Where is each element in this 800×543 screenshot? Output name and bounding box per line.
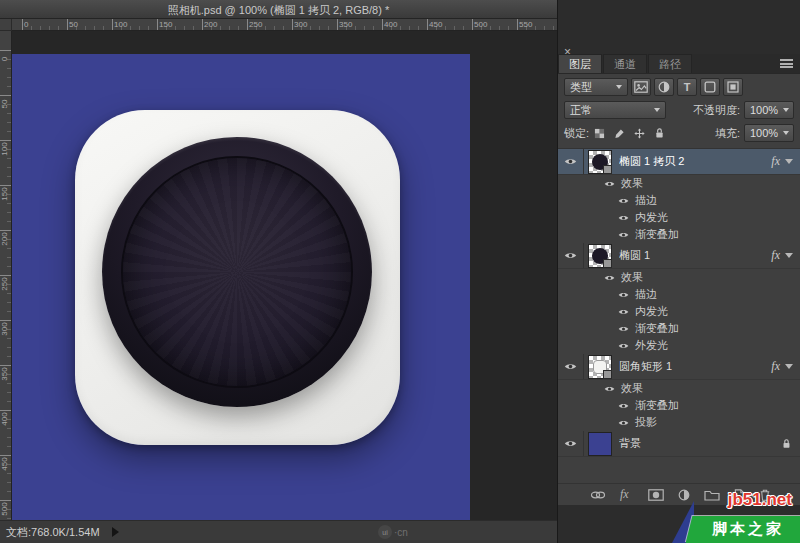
effects-header-label: 效果	[621, 176, 643, 191]
tab-channels[interactable]: 通道	[603, 54, 647, 73]
fill-input[interactable]: 100%	[744, 124, 794, 142]
lock-row: 锁定: 填充: 100%	[558, 122, 800, 145]
effects-header-row[interactable]: 效果	[558, 175, 800, 192]
shape-icon	[704, 81, 716, 93]
ruler-label: 350	[339, 20, 352, 29]
effect-row-outer-glow[interactable]: 外发光	[558, 337, 800, 354]
ruler-origin-corner[interactable]	[0, 19, 12, 31]
fx-collapse-icon[interactable]	[785, 253, 793, 258]
effect-row-drop-shadow[interactable]: 投影	[558, 414, 800, 431]
layer-thumbnail[interactable]	[588, 150, 612, 174]
visibility-toggle[interactable]	[558, 243, 584, 268]
filter-kind-select[interactable]: 类型	[564, 78, 628, 96]
shape-layer-badge	[603, 259, 612, 268]
effect-label: 内发光	[635, 210, 668, 225]
jb51-banner: 脚本之家	[686, 516, 800, 543]
ruler-label: 500	[0, 500, 10, 518]
effect-row-gradient-overlay[interactable]: 渐变叠加	[558, 226, 800, 243]
layer-fx-badge[interactable]: fx	[771, 359, 780, 374]
fx-collapse-icon[interactable]	[785, 159, 793, 164]
camera-lens-face	[121, 156, 353, 388]
filter-adjustment-layers-button[interactable]	[654, 78, 674, 96]
effect-row-stroke[interactable]: 描边	[558, 286, 800, 303]
filter-pixel-layers-button[interactable]	[631, 78, 651, 96]
effect-visibility-toggle[interactable]	[616, 197, 630, 205]
canvas-pasteboard[interactable]	[12, 31, 557, 520]
effects-header-label: 效果	[621, 381, 643, 396]
filter-shape-layers-button[interactable]	[700, 78, 720, 96]
checkerboard-icon	[594, 128, 605, 139]
effects-header-row[interactable]: 效果	[558, 380, 800, 397]
effect-row-gradient-overlay[interactable]: 渐变叠加	[558, 397, 800, 414]
filter-type-layers-button[interactable]: T	[677, 78, 697, 96]
layers-list: 椭圆 1 拷贝 2 fx 效果 描边 内发光	[558, 148, 800, 457]
visibility-toggle[interactable]	[558, 354, 584, 379]
effect-visibility-toggle[interactable]	[616, 308, 630, 316]
add-layer-mask-button[interactable]	[648, 489, 664, 501]
ruler-label: 300	[0, 320, 10, 338]
layer-row-ellipse-1-copy-2[interactable]: 椭圆 1 拷贝 2 fx	[558, 149, 800, 175]
effects-header-row[interactable]: 效果	[558, 269, 800, 286]
document-titlebar[interactable]: 照相机.psd @ 100% (椭圆 1 拷贝 2, RGB/8) *	[0, 0, 557, 19]
mask-icon	[648, 489, 664, 501]
effect-visibility-toggle[interactable]	[616, 342, 630, 350]
photo-icon	[634, 81, 648, 93]
layer-fx-badge[interactable]: fx	[771, 248, 780, 263]
layer-row-roundrect-1[interactable]: 圆角矩形 1 fx	[558, 354, 800, 380]
layer-thumbnail[interactable]	[588, 432, 612, 456]
status-menu-arrow-icon[interactable]	[112, 527, 119, 537]
layer-fx-badge[interactable]: fx	[771, 154, 780, 169]
eye-icon	[564, 362, 577, 371]
add-layer-style-button[interactable]: fx	[620, 487, 629, 502]
link-layers-button[interactable]	[590, 489, 606, 501]
effect-row-inner-glow[interactable]: 内发光	[558, 209, 800, 226]
ruler-label: 100	[0, 140, 10, 158]
layer-filter-row: 类型 T	[558, 74, 800, 98]
effect-label: 渐变叠加	[635, 227, 679, 242]
filter-smart-object-button[interactable]	[723, 78, 743, 96]
blend-mode-select[interactable]: 正常	[564, 101, 666, 119]
ruler-vertical[interactable]: 0 50 100 150 200 250 300 350 400 450 500	[0, 31, 12, 520]
ruler-label: 150	[0, 185, 10, 203]
layer-thumbnail[interactable]	[588, 244, 612, 268]
effect-visibility-toggle[interactable]	[616, 402, 630, 410]
lock-position-button[interactable]	[631, 126, 647, 141]
tab-paths[interactable]: 路径	[648, 54, 692, 73]
layer-thumbnail[interactable]	[588, 355, 612, 379]
effect-row-gradient-overlay[interactable]: 渐变叠加	[558, 320, 800, 337]
opacity-input[interactable]: 100%	[744, 101, 794, 119]
layer-name: 圆角矩形 1	[619, 359, 771, 374]
tab-layers[interactable]: 图层	[558, 54, 602, 73]
smart-object-icon	[727, 81, 739, 93]
document-canvas[interactable]	[12, 54, 470, 520]
effect-visibility-toggle[interactable]	[616, 231, 630, 239]
effect-visibility-toggle[interactable]	[616, 419, 630, 427]
lock-pixels-button[interactable]	[611, 126, 627, 141]
visibility-toggle[interactable]	[558, 431, 584, 456]
fx-collapse-icon[interactable]	[785, 364, 793, 369]
effects-visibility-toggle[interactable]	[602, 385, 616, 393]
layer-row-background[interactable]: 背景	[558, 431, 800, 457]
effect-visibility-toggle[interactable]	[616, 325, 630, 333]
effects-visibility-toggle[interactable]	[602, 180, 616, 188]
ruler-label: 450	[429, 20, 442, 29]
effect-label: 描边	[635, 193, 657, 208]
eye-icon	[618, 197, 629, 205]
effect-row-inner-glow[interactable]: 内发光	[558, 303, 800, 320]
ruler-horizontal[interactable]: 0 50 100 150 200 250 300 350 400 450 500…	[12, 19, 557, 31]
layer-row-ellipse-1[interactable]: 椭圆 1 fx	[558, 243, 800, 269]
document-window: 照相机.psd @ 100% (椭圆 1 拷贝 2, RGB/8) * 0 50…	[0, 0, 557, 543]
effect-visibility-toggle[interactable]	[616, 214, 630, 222]
visibility-toggle[interactable]	[558, 149, 584, 174]
panel-menu-icon[interactable]	[780, 59, 793, 68]
lock-all-button[interactable]	[651, 126, 667, 141]
lock-transparency-button[interactable]	[591, 126, 607, 141]
effects-visibility-toggle[interactable]	[602, 274, 616, 282]
effect-label: 渐变叠加	[635, 398, 679, 413]
effect-row-stroke[interactable]: 描边	[558, 192, 800, 209]
eye-icon	[618, 231, 629, 239]
effect-visibility-toggle[interactable]	[616, 291, 630, 299]
app-icon-roundrect	[75, 110, 400, 445]
ruler-label: 0	[24, 20, 28, 29]
eye-icon	[604, 385, 615, 393]
